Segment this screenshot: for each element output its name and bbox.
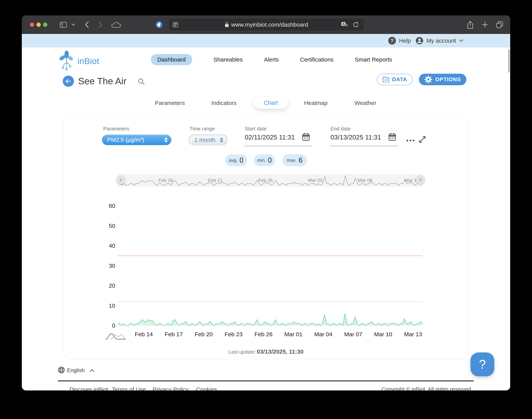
x-axis-tick: Mar 07 <box>339 331 368 338</box>
help-bubble-button[interactable]: ? <box>470 353 494 376</box>
avg-value: 0 <box>240 156 244 164</box>
tab-chart[interactable]: Chart <box>254 97 288 109</box>
min-value: 0 <box>268 156 272 164</box>
brand-name[interactable]: inBiot <box>77 56 99 66</box>
help-icon: ? <box>388 37 396 45</box>
main-navigation: Dashboard Shareables Alerts Certificatio… <box>151 54 392 65</box>
data-button-label: DATA <box>392 76 407 83</box>
y-axis-tick: 30 <box>100 262 115 269</box>
threshold-line <box>118 255 423 256</box>
inbiot-logo[interactable] <box>58 50 75 71</box>
navigator-right-handle[interactable] <box>416 176 425 184</box>
page-format-icon[interactable] <box>173 22 178 27</box>
tab-indicators[interactable]: Indicators <box>203 100 245 106</box>
start-date-value[interactable]: 02/11/2025 11:31 <box>245 133 295 141</box>
share-icon[interactable] <box>467 21 474 29</box>
browser-window: www.myinbiot.com/dashboard A x <box>22 15 510 391</box>
translate-icon[interactable]: A x <box>341 22 348 28</box>
sidebar-chevron-down-icon[interactable] <box>72 24 75 26</box>
x-axis-tick: Mar 01 <box>279 331 308 338</box>
my-account-label: My account <box>426 38 456 44</box>
folder-icon <box>382 77 389 82</box>
stat-badge-max: max. 6 <box>282 154 307 166</box>
time-range-label: Time range <box>190 126 215 132</box>
wave-chart-icon[interactable] <box>105 331 127 341</box>
reload-icon[interactable] <box>353 21 359 28</box>
browser-titlebar: www.myinbiot.com/dashboard A x <box>22 15 510 34</box>
last-update-label: Last update: <box>228 349 256 355</box>
language-selector[interactable]: English <box>67 367 85 373</box>
start-date-underline <box>244 146 312 146</box>
x-axis-tick: Mar 04 <box>309 331 338 338</box>
x-axis-tick: Feb 14 <box>129 331 158 338</box>
help-menu[interactable]: ? Help <box>388 37 411 45</box>
nav-item-alerts[interactable]: Alerts <box>264 56 279 63</box>
tab-weather[interactable]: Weather <box>344 100 387 106</box>
footer-divider <box>58 380 474 381</box>
help-label: Help <box>399 38 411 44</box>
back-navigation-icon[interactable] <box>85 21 89 28</box>
back-button[interactable] <box>63 76 74 87</box>
stat-badge-avg: avg. 0 <box>225 154 247 166</box>
parameter-select-spinner-icon <box>164 135 168 145</box>
time-range-select[interactable]: 1 month <box>189 135 227 145</box>
zoom-window-button[interactable] <box>43 23 47 27</box>
lock-icon <box>225 22 229 27</box>
data-button[interactable]: DATA <box>377 74 413 85</box>
time-range-select-value: 1 month <box>194 137 215 143</box>
options-button[interactable]: OPTIONS <box>419 74 466 85</box>
svg-text:A: A <box>342 22 345 26</box>
address-bar[interactable]: www.myinbiot.com/dashboard A x <box>168 18 364 31</box>
extension-hand-icon[interactable] <box>155 21 163 28</box>
globe-icon[interactable] <box>58 367 65 373</box>
nav-item-dashboard[interactable]: Dashboard <box>151 54 192 65</box>
end-date-underline <box>330 146 398 146</box>
footer-link[interactable]: Cookies <box>181 386 232 391</box>
my-account-menu[interactable]: My account <box>416 37 463 45</box>
start-date-calendar-icon[interactable] <box>302 133 310 141</box>
end-date-calendar-icon[interactable] <box>388 133 396 141</box>
navigator-tick: Feb 16 <box>152 178 179 183</box>
y-axis-tick: 20 <box>100 282 115 289</box>
tab-overview-icon[interactable] <box>496 21 503 28</box>
y-axis-tick: 10 <box>100 302 115 309</box>
more-options-icon[interactable] <box>407 140 414 141</box>
time-range-spinner-icon <box>220 136 223 144</box>
max-label: max. <box>287 157 297 163</box>
tab-heatmap[interactable]: Heatmap <box>295 100 337 106</box>
y-axis-tick: 40 <box>100 242 115 249</box>
sidebar-toggle-icon[interactable] <box>60 22 67 28</box>
tab-parameters[interactable]: Parameters <box>149 100 191 106</box>
scrollbar-thumb[interactable] <box>508 49 510 73</box>
search-icon[interactable] <box>138 78 145 85</box>
icloud-icon[interactable] <box>111 21 122 28</box>
parameter-select[interactable]: PM2.5 (µg/m³) <box>102 135 171 145</box>
last-update: Last update: 03/13/2025, 11:30 <box>64 348 468 355</box>
navigator-tick: Mar 08 <box>352 178 379 183</box>
url-text: www.myinbiot.com/dashboard <box>231 21 308 28</box>
navigator-left-handle[interactable] <box>116 176 125 184</box>
footer-copyright: Copyright © inBiot. All rights reserved. <box>376 386 473 391</box>
parameter-select-value: PM2.5 (µg/m³) <box>107 137 144 143</box>
back-arrow-icon <box>65 79 71 83</box>
last-update-value: 03/13/2025, 11:30 <box>257 348 303 355</box>
avg-label: avg. <box>229 157 237 163</box>
close-window-button[interactable] <box>30 23 34 27</box>
end-date-value[interactable]: 03/13/2025 11:31 <box>330 133 381 141</box>
x-axis-tick: Mar 10 <box>369 331 398 338</box>
x-axis-tick: Feb 20 <box>189 331 218 338</box>
new-tab-icon[interactable] <box>482 21 488 28</box>
x-axis-tick: Feb 23 <box>219 331 248 338</box>
options-button-label: OPTIONS <box>435 76 461 83</box>
fullscreen-expand-icon[interactable] <box>418 135 427 144</box>
chart-navigator[interactable]: Feb 16Feb 21Feb 26Mar 03Mar 08Mar 13 <box>118 174 423 187</box>
nav-item-shareables[interactable]: Shareables <box>214 56 243 63</box>
nav-item-smart-reports[interactable]: Smart Reports <box>355 56 392 63</box>
max-value: 6 <box>299 156 302 164</box>
minimize-window-button[interactable] <box>37 23 41 27</box>
x-axis-tick: Feb 17 <box>159 331 188 338</box>
nav-item-certifications[interactable]: Certifications <box>300 56 333 63</box>
svg-text:x: x <box>345 24 347 26</box>
forward-navigation-icon[interactable] <box>98 21 103 28</box>
page-title: See The Air <box>78 76 126 87</box>
